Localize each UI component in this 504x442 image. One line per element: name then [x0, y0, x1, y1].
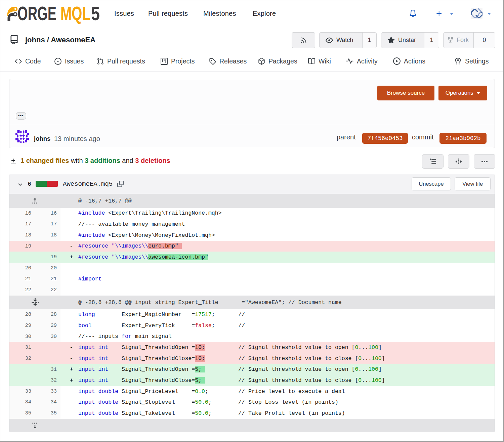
svg-text:5: 5	[91, 3, 100, 24]
svg-text:MQL: MQL	[60, 3, 90, 24]
svg-text:ORGE: ORGE	[17, 3, 56, 24]
